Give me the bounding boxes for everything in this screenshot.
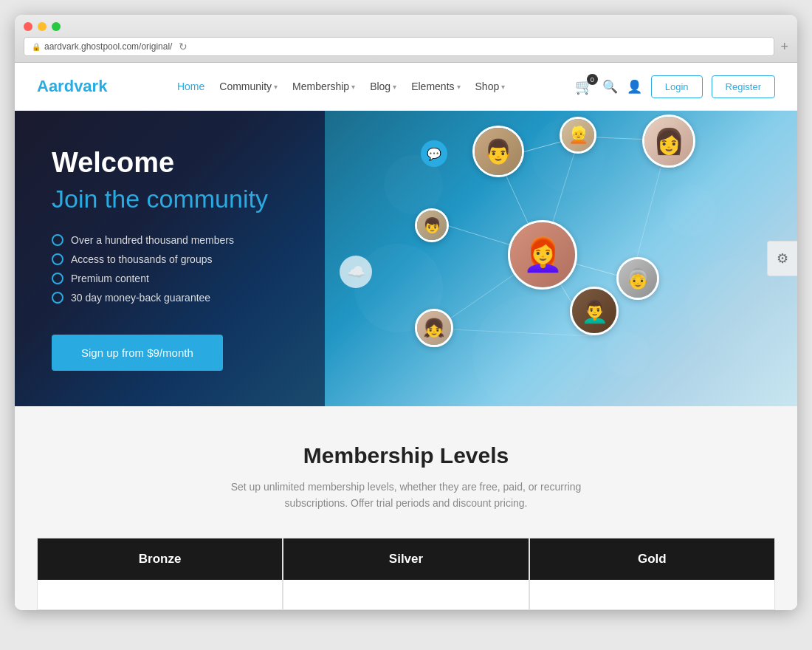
card-body-bronze <box>38 580 282 609</box>
hero-left-panel: Welcome Join the community Over a hundre… <box>15 111 325 406</box>
nav-home[interactable]: Home <box>177 81 204 92</box>
card-title-bronze: Bronze <box>51 552 269 567</box>
avatar: 👵 <box>616 257 659 300</box>
cart-count: 0 <box>587 74 598 85</box>
avatar: 👧 <box>415 309 453 347</box>
chevron-down-icon: ▾ <box>457 83 461 91</box>
site-logo[interactable]: Aardvark <box>37 77 107 96</box>
avatar: 👨 <box>472 126 524 177</box>
avatar: 👦 <box>415 208 449 242</box>
nav-elements[interactable]: Elements ▾ <box>411 81 460 92</box>
hero-right-panel: 💬 ☁️ 👨 👱 👩 👩‍🦰 👦 <box>325 111 797 406</box>
feature-bullet <box>52 292 63 304</box>
card-body-silver <box>283 580 528 609</box>
membership-card-gold: Gold <box>529 538 775 610</box>
logo-blue: vark <box>74 77 107 95</box>
avatar: 👱 <box>560 117 596 154</box>
header-actions: 🛒 0 🔍 👤 Login Register <box>575 75 775 98</box>
user-icon[interactable]: 👤 <box>627 79 642 95</box>
main-nav: Home Community ▾ Membership ▾ Blog ▾ Ele… <box>177 81 505 92</box>
search-icon[interactable]: 🔍 <box>602 79 618 95</box>
login-button[interactable]: Login <box>651 75 703 98</box>
feature-bullet <box>52 234 63 246</box>
card-header-gold: Gold <box>530 538 774 580</box>
membership-cards-grid: Bronze Silver Gold <box>37 538 775 610</box>
membership-section-subtitle: Set up unlimited membership levels, whet… <box>221 479 591 512</box>
card-title-gold: Gold <box>543 552 761 567</box>
website-content: Aardvark Home Community ▾ Membership ▾ B… <box>15 63 797 610</box>
membership-card-silver: Silver <box>283 538 529 610</box>
hero-title: Welcome <box>52 146 288 180</box>
card-title-silver: Silver <box>297 552 515 567</box>
nav-shop[interactable]: Shop ▾ <box>475 81 506 92</box>
maximize-dot[interactable] <box>52 22 61 31</box>
nav-blog[interactable]: Blog ▾ <box>370 81 396 92</box>
list-item: Over a hundred thousand members <box>52 234 288 246</box>
svg-line-9 <box>436 329 592 336</box>
membership-section: Membership Levels Set up unlimited membe… <box>15 406 797 610</box>
hero-subtitle: Join the community <box>52 185 288 213</box>
close-dot[interactable] <box>24 22 32 31</box>
lock-icon: 🔒 <box>32 43 41 51</box>
list-item: Premium content <box>52 273 288 284</box>
list-item: Access to thousands of groups <box>52 253 288 265</box>
address-bar[interactable]: 🔒 aardvark.ghostpool.com/original/ ↻ <box>24 37 774 56</box>
url-text: aardvark.ghostpool.com/original/ <box>44 41 172 52</box>
avatar: 👩‍🦰 <box>508 220 577 290</box>
browser-window: 🔒 aardvark.ghostpool.com/original/ ↻ + A… <box>15 15 797 610</box>
card-header-bronze: Bronze <box>38 538 282 580</box>
cloud-icon: ☁️ <box>340 256 372 288</box>
logo-black: Aard <box>37 77 74 95</box>
new-tab-button[interactable]: + <box>780 39 788 55</box>
browser-dots <box>24 22 788 31</box>
avatar: 👨‍🦱 <box>570 287 619 335</box>
hero-features-list: Over a hundred thousand members Access t… <box>52 234 288 311</box>
membership-card-bronze: Bronze <box>37 538 283 610</box>
refresh-icon[interactable]: ↻ <box>179 41 187 52</box>
chevron-down-icon: ▾ <box>351 83 355 91</box>
card-body-gold <box>530 580 774 609</box>
membership-section-title: Membership Levels <box>37 443 775 468</box>
browser-bar: 🔒 aardvark.ghostpool.com/original/ ↻ + <box>24 37 788 56</box>
chevron-down-icon: ▾ <box>274 83 278 91</box>
site-header: Aardvark Home Community ▾ Membership ▾ B… <box>15 63 797 111</box>
avatar: 👩 <box>642 114 695 168</box>
hero-section: Welcome Join the community Over a hundre… <box>15 111 797 406</box>
feature-bullet <box>52 253 63 265</box>
chevron-down-icon: ▾ <box>501 83 505 91</box>
settings-gear-button[interactable]: ⚙ <box>767 241 797 276</box>
nav-community[interactable]: Community ▾ <box>219 81 278 92</box>
minimize-dot[interactable] <box>38 22 47 31</box>
chevron-down-icon: ▾ <box>393 83 396 91</box>
browser-chrome: 🔒 aardvark.ghostpool.com/original/ ↻ + <box>15 15 797 63</box>
register-button[interactable]: Register <box>712 75 775 98</box>
list-item: 30 day money-back guarantee <box>52 292 288 304</box>
cart-button[interactable]: 🛒 0 <box>575 78 593 95</box>
feature-bullet <box>52 273 63 284</box>
nav-membership[interactable]: Membership ▾ <box>292 81 355 92</box>
chat-bubble-icon: 💬 <box>421 140 447 167</box>
card-header-silver: Silver <box>283 538 528 580</box>
signup-button[interactable]: Sign up from $9/month <box>52 335 223 371</box>
